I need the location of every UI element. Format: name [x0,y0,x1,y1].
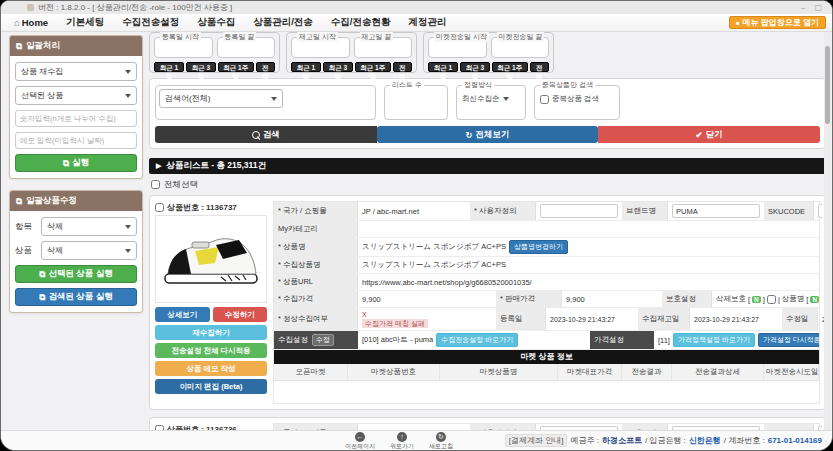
collect-setting-edit-badge[interactable]: 수정 [312,334,334,346]
run-searched-button[interactable]: ⧉검색된 상품 실행 [15,288,137,306]
country-value: JP / abc-mart.net [358,202,470,220]
prev-page-button[interactable]: ← 이전페이지 [345,432,375,451]
custom-input[interactable] [540,204,618,218]
view-all-button[interactable]: ↻전체보기 [377,126,599,143]
keyword-search-box[interactable]: 검색어(전체) [155,85,376,120]
menu-item-basic-settings[interactable]: 기본세팅 [57,16,113,29]
reload-button[interactable]: ↻ 새로고침 [429,432,453,451]
quick-3day-button[interactable]: 최근 3일 [460,62,490,72]
edit-button[interactable]: 수정하기 [213,307,268,322]
selected-products-select[interactable]: 선택된 상품 [15,86,137,105]
delete-protect-checkbox[interactable] [767,295,776,304]
product-detail-table: * 국가 / 쇼핑몰 JP / abc-mart.net * 사용자정의 브랜드… [273,201,820,404]
url-value[interactable]: https://www.abc-mart.net/shop/g/g6680520… [358,274,819,290]
menu-item-home[interactable]: ⌂Home [5,17,57,28]
batch-panel-title: 일괄처리 [26,40,60,52]
batch-panel: ⧉일괄처리 상품 재수집 선택된 상품 ⧉실행 [9,35,143,179]
scrollbar-thumb[interactable] [825,46,830,124]
go-top-button[interactable]: ↑ 위로가기 [390,432,414,451]
stock-date-end-field[interactable]: 재고일 끝 [354,37,413,58]
caret-down-icon [125,249,131,253]
sort-select-value: 최신수집순 [462,94,500,104]
duplicate-checkbox[interactable] [540,95,549,104]
footer-bar: ← 이전페이지 ↑ 위로가기 ↻ 새로고침 [결제계좌 안내] 예금주 : 하경… [1,430,832,450]
col-send-try-date: 마켓전송시도일 [764,364,819,380]
quick-all-button[interactable]: 전체 [256,62,275,72]
bank-name: 신한은행 [689,435,721,446]
product-image[interactable] [155,215,267,303]
reg-date-value: 2023-10-29 21:43:27 [546,308,638,330]
quick-3day-button[interactable]: 최근 3일 [323,62,353,72]
menu-item-collect-send-status[interactable]: 수집/전송현황 [322,16,400,29]
duplicate-checkbox-label: 중복상품 검색 [552,94,599,104]
delete-protect-flag: N [752,296,761,303]
select-all-checkbox[interactable] [151,180,160,189]
reapply-send-settings-button[interactable]: 전송설정 전체 다시적용 [155,343,267,358]
minimize-icon[interactable]: – [801,4,805,12]
market-send-date-end-field[interactable]: 마켓전송일 끝 [491,37,550,58]
price-setting-number: [11] [658,336,670,345]
bulk-edit-panel-title: 일괄상품수정 [26,195,77,207]
search-button[interactable]: 검색 [155,126,377,143]
memo-input[interactable] [15,132,137,149]
stock-date-start-field[interactable]: 재고일 시작 [291,37,350,58]
refresh-icon: ↻ [465,130,472,140]
selected-products-select-value: 선택된 상품 [21,90,63,101]
quick-1week-button[interactable]: 최근 1주일 [218,62,254,72]
close-button[interactable]: ✔닫기 [598,126,820,143]
market-table-empty [274,381,819,403]
brand-input[interactable]: PUMA [672,204,760,218]
quick-all-button[interactable]: 전체 [393,62,412,72]
menu-item-product-manage-send[interactable]: 상품관리/전송 [244,16,322,29]
field-select[interactable]: 삭제 [41,217,137,236]
menu-item-product-collect[interactable]: 상품수집 [188,16,244,29]
product-list-header[interactable]: ▶ 상품리스트 - 총 215,311건 [149,158,826,174]
price-reapply-button[interactable]: 가격설정 다시적용 [758,333,819,347]
quick-3day-button[interactable]: 최근 3일 [186,62,216,72]
square-icon: ■ [736,18,740,28]
reload-icon: ↻ [436,432,446,442]
collect-send-settings-link[interactable]: 수집전송설정 바로가기 [436,333,518,347]
menu-item-account-manage[interactable]: 계정관리 [399,16,455,29]
name-change-button[interactable]: 상품명변경하기 [509,240,568,254]
quick-all-button[interactable]: 전체 [530,62,549,72]
quick-1day-button[interactable]: 최근 1일 [291,62,321,72]
recollect-select-value: 상품 재수집 [21,66,63,77]
quick-1day-button[interactable]: 최근 1일 [154,62,184,72]
brand-label: 브랜드명 [622,202,668,220]
reg-date-start-field[interactable]: 등록일 시작 [154,37,213,58]
holder-label: 예금주 : [570,435,598,446]
image-edit-button[interactable]: 이미지 편집 (Beta) [155,379,267,394]
quick-1day-button[interactable]: 최근 1일 [428,62,458,72]
memo-write-button[interactable]: 상품 메모 작성 [155,361,267,376]
maximize-icon[interactable]: ▢ [814,4,822,12]
reg-date-end-field[interactable]: 등록일 끝 [217,37,276,58]
app-icon [27,4,34,11]
field-legend: 마켓전송일 끝 [497,32,545,42]
collect-price-label: * 수집가격 [274,291,358,307]
market-send-date-start-field[interactable]: 마켓전송일 시작 [428,37,487,58]
price-policy-link[interactable]: 가격정책설정 바로가기 [673,333,755,347]
recollect-select[interactable]: 상품 재수집 [15,62,137,81]
recollect-button[interactable]: 재수집하기 [155,325,267,340]
split-count-input[interactable] [15,110,137,127]
field-legend: 등록일 끝 [223,32,257,42]
run-icon: ⧉ [39,292,45,303]
menu-popup-button[interactable]: ■메뉴 팝업창으로 열기 [729,16,826,29]
collect-setting-label: 수집설정 [278,335,308,345]
detail-view-button[interactable]: 상세보기 [155,307,210,322]
list-count-field[interactable]: 리스트 수 [384,85,448,120]
custom-label: * 사용자정의 [470,202,536,220]
keyword-type-select[interactable]: 검색어(전체) [159,89,283,108]
sku-input[interactable]: 6680520001035 [818,204,822,218]
batch-run-button[interactable]: ⧉실행 [15,154,137,172]
vertical-scrollbar[interactable] [824,32,831,431]
product-checkbox[interactable] [155,203,164,212]
quick-1week-button[interactable]: 최근 1주일 [492,62,528,72]
product-select[interactable]: 삭제 [41,241,137,260]
menu-item-collect-send-settings[interactable]: 수집전송설정 [113,16,188,29]
quick-1week-button[interactable]: 최근 1주일 [355,62,391,72]
reload-label: 새로고침 [429,442,453,451]
run-selected-button[interactable]: ⧉선택된 상품 실행 [15,265,137,283]
field-legend: 등록일 시작 [160,32,201,42]
